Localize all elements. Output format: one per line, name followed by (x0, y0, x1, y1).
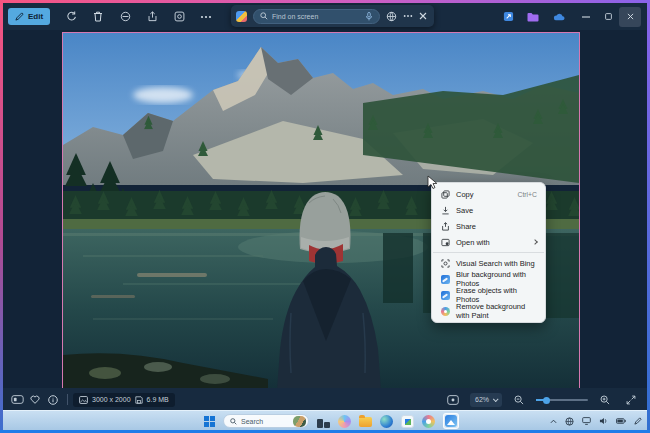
zoom-level-value: 62% (475, 396, 489, 403)
menu-item-label: Remove background with Paint (456, 302, 537, 320)
save-icon (440, 205, 450, 215)
menu-item-share[interactable]: Share (432, 218, 545, 234)
favorite-heart-button[interactable] (26, 392, 44, 408)
file-size-icon (135, 396, 143, 404)
zoom-level-dropdown[interactable]: 62% (470, 393, 502, 407)
status-bar: 3000 x 2000 6.9 MB 62% (3, 388, 647, 411)
display-icon[interactable] (582, 417, 591, 425)
screen-search-logo-icon (236, 11, 247, 22)
zoom-out-button[interactable] (510, 392, 528, 408)
image-metadata-chip: 3000 x 2000 6.9 MB (73, 393, 175, 407)
menu-item-label: Save (456, 206, 473, 215)
search-icon (260, 12, 268, 20)
zoom-in-button[interactable] (596, 392, 614, 408)
open-with-icon (440, 237, 450, 247)
edge-browser-icon[interactable] (380, 415, 393, 428)
context-menu: Copy Ctrl+C Save Share Open with Visual … (431, 182, 546, 323)
file-size: 6.9 MB (147, 396, 169, 403)
menu-item-erase-objects[interactable]: Erase objects with Photos (432, 287, 545, 303)
search-highlight-image[interactable] (293, 416, 306, 427)
fit-to-window-button[interactable] (444, 392, 462, 408)
folder-icon[interactable] (527, 12, 539, 22)
share-icon[interactable] (143, 8, 161, 25)
edit-button[interactable]: Edit (8, 8, 50, 25)
photos-app-icon (440, 290, 450, 300)
taskbar-tray (550, 411, 642, 431)
start-button[interactable] (204, 416, 215, 427)
title-bar: Edit Find on screen (3, 3, 647, 30)
pen-icon[interactable] (634, 417, 642, 425)
submenu-arrow-icon (532, 239, 538, 245)
maximize-button[interactable] (597, 7, 619, 27)
screen-border-left (0, 0, 3, 433)
edit-button-label: Edit (28, 12, 43, 21)
find-placeholder: Find on screen (272, 13, 361, 20)
menu-item-open-with[interactable]: Open with (432, 234, 545, 250)
overlay-close-button[interactable] (419, 12, 427, 20)
paint-icon[interactable] (422, 415, 435, 428)
zoom-slider[interactable] (536, 395, 588, 405)
share-icon (440, 221, 450, 231)
mouse-cursor (427, 175, 438, 190)
hide-icon[interactable] (116, 8, 134, 25)
screen-border-top (0, 0, 650, 3)
menu-item-visual-search[interactable]: Visual Search with Bing (432, 255, 545, 271)
windows-taskbar: Search (0, 410, 650, 430)
picture-icon (79, 396, 88, 404)
photo-viewer-canvas (3, 30, 647, 388)
visual-search-icon (440, 258, 450, 268)
more-options-button[interactable] (197, 8, 215, 25)
image-dimensions: 3000 x 2000 (92, 396, 131, 403)
microphone-icon[interactable] (365, 12, 373, 21)
taskbar-center: Search (204, 411, 459, 431)
delete-icon[interactable] (89, 8, 107, 25)
onedrive-cloud-icon[interactable] (552, 12, 565, 21)
copilot-icon[interactable] (338, 415, 351, 428)
menu-item-remove-background[interactable]: Remove background with Paint (432, 303, 545, 319)
info-button[interactable] (44, 392, 62, 408)
copy-icon (440, 189, 450, 199)
overlay-more-button[interactable] (403, 14, 413, 18)
photos-app-icon (440, 274, 450, 284)
photos-icon (445, 415, 457, 427)
photos-app-window: Edit Find on screen (0, 0, 650, 433)
task-view-button[interactable] (317, 415, 330, 428)
fullscreen-button[interactable] (622, 392, 640, 408)
visual-lens-icon[interactable] (170, 8, 188, 25)
chevron-up-icon[interactable] (550, 419, 557, 424)
close-button[interactable] (619, 7, 641, 27)
menu-item-label: Open with (456, 238, 490, 247)
zoom-controls: 62% (444, 392, 640, 408)
status-divider (67, 394, 68, 405)
network-globe-icon[interactable] (565, 417, 574, 426)
volume-icon[interactable] (599, 417, 608, 425)
menu-item-label: Copy (456, 190, 474, 199)
search-placeholder: Search (241, 418, 289, 425)
zoom-slider-thumb[interactable] (543, 397, 550, 404)
menu-shortcut: Ctrl+C (518, 191, 537, 198)
find-on-screen-input[interactable]: Find on screen (253, 9, 380, 24)
paint-app-icon (440, 306, 450, 316)
rotate-icon[interactable] (62, 8, 80, 25)
filmstrip-toggle-button[interactable] (8, 392, 26, 408)
external-link-icon[interactable] (503, 11, 514, 22)
menu-item-label: Visual Search with Bing (456, 259, 535, 268)
minimize-button[interactable] (575, 7, 597, 27)
menu-item-save[interactable]: Save (432, 202, 545, 218)
titlebar-right-icons (503, 3, 565, 30)
photos-app-taskbar-active[interactable] (443, 413, 459, 429)
web-globe-icon[interactable] (386, 11, 397, 22)
menu-item-blur-background[interactable]: Blur background with Photos (432, 271, 545, 287)
titlebar-toolbar (62, 8, 215, 25)
find-on-screen-bar: Find on screen (231, 5, 434, 27)
menu-item-copy[interactable]: Copy Ctrl+C (432, 186, 545, 202)
microsoft-store-icon[interactable] (401, 415, 414, 428)
battery-icon[interactable] (616, 418, 626, 424)
window-controls (575, 3, 647, 30)
file-explorer-icon[interactable] (359, 417, 372, 427)
taskbar-search-box[interactable]: Search (223, 414, 309, 428)
edit-pencil-icon (15, 12, 24, 21)
menu-separator (433, 252, 544, 253)
search-icon (230, 418, 237, 425)
chevron-down-icon (493, 396, 499, 402)
